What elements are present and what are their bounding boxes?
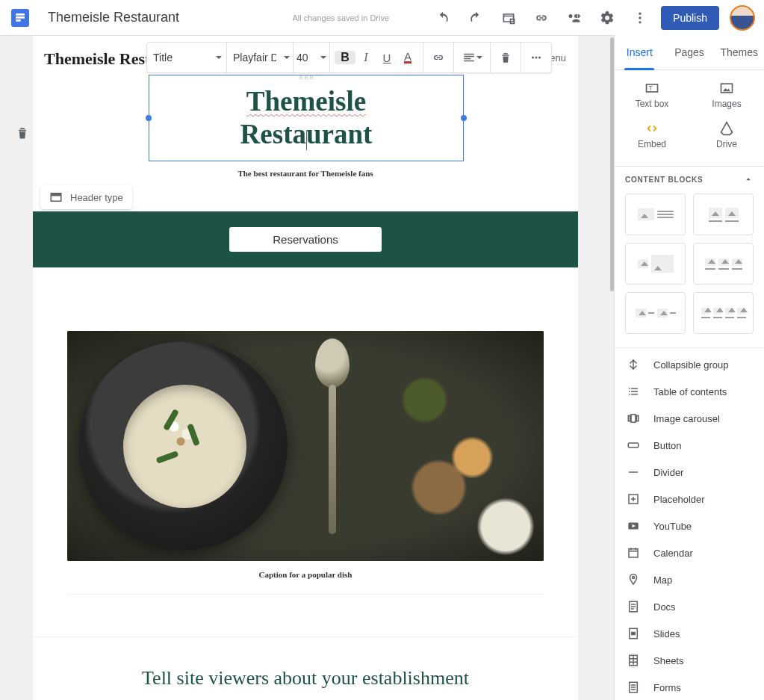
more-button[interactable] [624,3,656,33]
insert-sheets[interactable]: Sheets [615,647,764,674]
bold-button[interactable]: B [335,51,355,64]
insert-images[interactable]: Images [689,75,764,115]
save-status: All changes saved in Drive [292,13,389,22]
font-family-select[interactable]: Playfair Disp [227,43,294,72]
share-button[interactable] [558,3,591,33]
insert-forms[interactable]: Forms [615,674,764,700]
underline-button[interactable]: U [376,52,397,64]
chevron-up-icon [743,174,754,185]
insert-youtube[interactable]: YouTube [615,512,764,539]
page-subtitle[interactable]: The best restaurant for Themeisle fans [33,169,578,178]
svg-point-1 [639,16,641,19]
block-layout-6[interactable] [693,292,754,334]
dish-caption[interactable]: Caption for a popular dish [67,561,544,579]
caret-icon [284,56,290,59]
text-style-select[interactable]: Title [147,43,227,72]
insert-quick-grid: T Text box Images Embed Drive [615,70,764,166]
sites-logo[interactable] [11,9,29,27]
title-line-1: Themeisle [246,86,366,117]
account-avatar[interactable] [730,5,755,31]
tab-themes[interactable]: Themes [714,35,764,69]
svg-rect-15 [631,632,636,636]
tab-insert[interactable]: Insert [615,35,665,69]
nav-fragment: enu [550,52,566,64]
link-button[interactable] [525,3,558,33]
insert-collapsible-group[interactable]: Collapsible group [615,351,764,378]
insert-table-of-contents[interactable]: Table of contents [615,378,764,405]
format-toolbar: Title Playfair Disp 40 B I U A [146,42,552,73]
content-blocks-header[interactable]: CONTENT BLOCKS [615,166,764,192]
delete-box-button[interactable] [495,51,516,64]
preview-button[interactable] [492,3,525,33]
insert-item-list: Collapsible group Table of contents Imag… [615,347,764,700]
header-type-button[interactable]: Header type [40,185,132,209]
topbar: Themeisle Restaurant All changes saved i… [0,0,764,35]
image-section[interactable]: Caption for a popular dish [33,267,578,636]
block-layout-5[interactable] [625,292,686,334]
caret-icon [476,56,482,59]
undo-button[interactable] [426,3,459,33]
workspace: Themeisle Resta enu ⠿⠿⠿ Themeisle Restau… [0,35,615,700]
insert-slides[interactable]: Slides [615,620,764,647]
text-cursor [306,131,307,150]
insert-button[interactable]: Button [615,432,764,459]
spoon-icon [325,338,340,533]
page-canvas[interactable]: Themeisle Resta enu ⠿⠿⠿ Themeisle Restau… [33,36,578,700]
insert-docs[interactable]: Docs [615,593,764,620]
site-name[interactable]: Themeisle Resta [44,49,158,69]
dish-image[interactable] [67,331,544,561]
insert-placeholder[interactable]: Placeholder [615,486,764,512]
panel-tabs: Insert Pages Themes [615,35,764,70]
text-style-value: Title [153,52,173,64]
publish-button[interactable]: Publish [661,6,719,30]
caret-icon [216,56,222,59]
header-type-label: Header type [70,192,123,203]
toolbar-more-button[interactable] [526,51,547,64]
font-size-select[interactable]: 40 [294,43,330,72]
title-text-box[interactable]: ⠿⠿⠿ Themeisle Restaurant [149,75,464,161]
font-family-value: Playfair Disp [233,52,276,64]
settings-button[interactable] [591,3,624,33]
block-layout-2[interactable] [693,193,754,235]
tab-pages[interactable]: Pages [665,35,715,69]
svg-rect-12 [629,549,638,557]
content-blocks-grid [615,192,764,347]
svg-rect-9 [628,443,639,447]
svg-point-5 [538,57,541,59]
text-color-button[interactable]: A [397,52,418,64]
font-size-value: 40 [296,52,308,64]
insert-embed[interactable]: Embed [615,115,689,155]
block-layout-1[interactable] [625,193,686,235]
about-heading[interactable]: Tell site viewers about your establishme… [33,636,578,700]
italic-button[interactable]: I [355,51,376,64]
svg-point-3 [532,57,534,59]
svg-point-2 [639,21,641,23]
insert-image-carousel[interactable]: Image carousel [615,405,764,432]
block-layout-3[interactable] [625,243,686,285]
right-panel: Insert Pages Themes T Text box Images Em… [614,35,764,700]
svg-point-0 [639,12,641,14]
block-layout-4[interactable] [693,243,754,285]
resize-handle-right[interactable] [461,115,467,121]
delete-section-button[interactable] [10,121,34,145]
document-title[interactable]: Themeisle Restaurant [48,10,179,25]
reservations-section[interactable]: Reservations [33,211,578,267]
svg-point-4 [535,57,538,59]
insert-text-box[interactable]: T Text box [615,75,689,115]
svg-text:T: T [649,84,653,92]
insert-drive[interactable]: Drive [689,115,764,155]
caret-icon [320,56,326,59]
resize-handle-left[interactable] [146,115,152,121]
reservations-button[interactable]: Reservations [229,227,382,252]
insert-calendar[interactable]: Calendar [615,539,764,566]
insert-link-button[interactable] [428,51,449,64]
insert-divider[interactable]: Divider [615,459,764,486]
redo-button[interactable] [459,3,492,33]
drag-handle-icon[interactable]: ⠿⠿⠿ [299,75,314,81]
insert-map[interactable]: Map [615,566,764,593]
